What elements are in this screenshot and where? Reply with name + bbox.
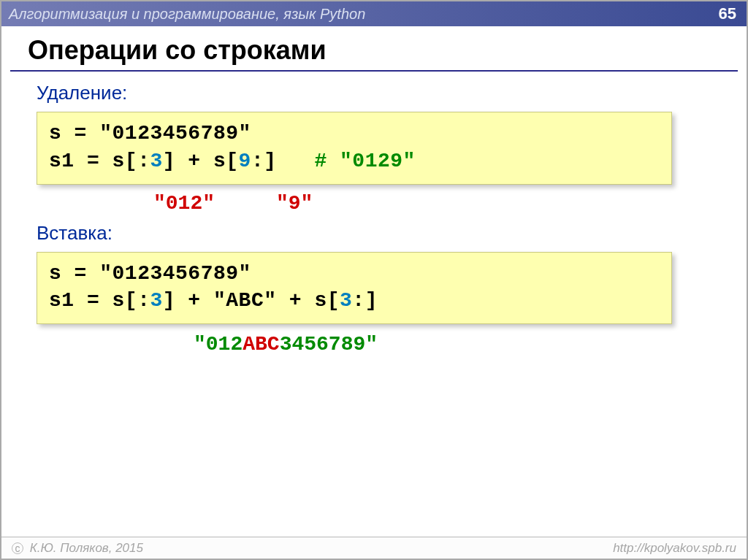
hint-right: "9" [276,192,313,215]
code-line: s = "0123456789" [49,120,660,147]
var-s: s [49,262,61,285]
eq: = [75,150,112,172]
code-box-deletion: s = "0123456789" s1 = s[:3] + s[9:] # "0… [37,112,672,185]
page-number: 65 [719,4,736,23]
result-post: 3456789" [280,333,378,356]
var-s1: s1 [49,150,75,172]
main-title: Операции со строками [1,26,747,70]
num-literal: 9 [239,150,251,172]
code-line: s1 = s[:3] + s[9:] # "0129" [49,147,660,175]
footer-url: http://kpolyakov.spb.ru [613,541,736,556]
comment: # "0129" [314,150,415,172]
var-s: s [49,122,61,145]
result-pre: "012 [194,333,243,356]
slice-c: :] [251,150,315,172]
section-deletion-label: Удаление: [37,82,747,104]
string-literal: "0123456789" [99,122,251,145]
slice-b: ] + s[ [163,150,239,172]
content-area: Удаление: s = "0123456789" s1 = s[:3] + … [1,72,747,356]
copyright: c К.Ю. Поляков, 2015 [12,541,143,556]
code-line: s = "0123456789" [49,260,660,288]
slice-a: s[: [112,150,150,172]
eq: = [61,262,99,285]
var-s1: s1 [49,289,75,312]
eq: = [75,289,112,312]
slide: Алгоритмизация и программирование, язык … [0,0,748,560]
copyright-icon: c [12,542,23,554]
footer-bar: c К.Ю. Поляков, 2015 http://kpolyakov.sp… [1,537,747,559]
eq: = [61,122,99,145]
code-box-insertion: s = "0123456789" s1 = s[:3] + "ABC" + s[… [37,252,672,325]
header-bar: Алгоритмизация и программирование, язык … [1,1,747,26]
section-insertion-label: Вставка: [37,222,747,245]
deletion-hint-row: "012""9" [37,185,747,218]
num-literal: 3 [340,289,352,312]
num-literal: 3 [150,289,162,312]
hint-left: "012" [153,192,215,215]
num-literal: 3 [150,150,162,172]
code-line: s1 = s[:3] + "ABC" + s[3:] [49,287,660,315]
insertion-result-row: "012ABC3456789" [37,324,747,356]
result-mid: ABC [243,333,279,356]
copyright-text: К.Ю. Поляков, 2015 [26,541,143,555]
slice-c: :] [352,289,378,312]
slice-a: s[: [112,289,150,312]
slice-b: ] + "ABC" + s[ [163,289,340,312]
string-literal: "0123456789" [99,262,251,285]
lecture-title: Алгоритмизация и программирование, язык … [9,6,365,23]
